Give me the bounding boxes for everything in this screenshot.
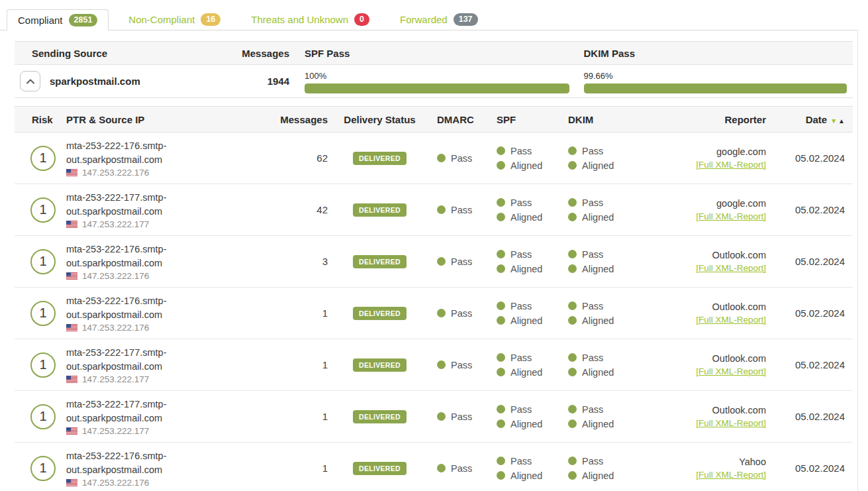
spf-pass-label: Pass	[510, 353, 532, 363]
risk-score-badge: 1	[30, 301, 56, 326]
ptr-hostname: mta-253-222-176.smtp-out.sparkpostmail.c…	[66, 243, 182, 270]
summary-header-row: Sending Source Messages SPF Pass DKIM Pa…	[15, 41, 853, 65]
ptr-hostname: mta-253-222-177.smtp-out.sparkpostmail.c…	[66, 191, 182, 219]
report-date: 05.02.2024	[771, 256, 853, 267]
tab-non-compliant[interactable]: Non-Compliant 16	[118, 9, 231, 30]
risk-cell: 1	[15, 197, 66, 223]
ptr-source-ip-cell: mta-253-222-176.smtp-out.sparkpostmail.c…	[66, 449, 271, 488]
header-messages: Messages	[271, 114, 329, 125]
message-count: 42	[271, 204, 329, 215]
reporter-domain: google.com	[649, 198, 766, 209]
tab-forwarded-count-badge: 137	[454, 13, 478, 26]
spf-cell: Pass Aligned	[490, 146, 563, 171]
dkim-aligned-dot	[568, 419, 577, 428]
reporter-domain: Outlook.com	[649, 250, 766, 260]
dkim-cell: Pass Aligned	[563, 456, 649, 481]
dmarc-cell: Pass	[430, 308, 490, 319]
reporter-cell: google.com [Full XML-Report]	[649, 146, 771, 170]
delivered-badge: DELIVERED	[353, 203, 407, 217]
sort-ascending-icon[interactable]: ▲	[838, 117, 845, 125]
risk-score-badge: 1	[30, 197, 56, 223]
report-date: 05.02.2024	[771, 411, 853, 422]
summary-message-count: 1944	[233, 76, 296, 87]
spf-aligned-dot	[497, 161, 505, 170]
risk-score-badge: 1	[30, 249, 56, 274]
reporter-cell: Outlook.com [Full XML-Report]	[649, 250, 771, 274]
tab-threats-and-unknown[interactable]: Threats and Unknown 0	[240, 9, 380, 30]
tab-non-compliant-count-badge: 16	[201, 13, 220, 26]
spf-pass-label: Pass	[510, 301, 532, 311]
full-xml-report-link[interactable]: [Full XML-Report]	[696, 470, 766, 480]
us-flag-icon	[66, 272, 77, 280]
tab-forwarded[interactable]: Forwarded 137	[389, 9, 489, 30]
dmarc-cell: Pass	[430, 463, 490, 474]
spf-aligned-dot	[497, 316, 505, 325]
full-xml-report-link[interactable]: [Full XML-Report]	[696, 160, 766, 170]
dmarc-cell: Pass	[430, 360, 490, 370]
report-date: 05.02.2024	[771, 359, 853, 370]
risk-score-badge: 1	[30, 456, 56, 481]
reporter-cell: Yahoo [Full XML-Report]	[649, 457, 771, 480]
dkim-aligned-dot	[568, 213, 577, 221]
dmarc-pass-dot	[437, 360, 446, 369]
dkim-pass-label: Pass	[582, 249, 603, 260]
full-xml-report-link[interactable]: [Full XML-Report]	[696, 418, 766, 428]
tab-non-compliant-label: Non-Compliant	[128, 14, 195, 25]
spf-aligned-label: Aligned	[510, 367, 542, 378]
sort-descending-icon[interactable]: ▼	[830, 117, 837, 125]
spf-pass-dot	[497, 353, 505, 362]
message-count: 3	[271, 256, 329, 267]
dkim-pass-bar	[584, 83, 848, 93]
us-flag-icon	[66, 479, 77, 486]
spf-cell: Pass Aligned	[490, 197, 563, 223]
dkim-aligned-dot	[568, 368, 577, 376]
report-date: 05.02.2024	[771, 152, 853, 164]
dmarc-pass-label: Pass	[451, 360, 472, 370]
reporter-cell: google.com [Full XML-Report]	[649, 198, 771, 222]
dkim-aligned-dot	[568, 161, 577, 170]
collapse-source-button[interactable]	[20, 71, 40, 91]
dkim-pass-dot	[568, 457, 577, 465]
us-flag-icon	[66, 324, 77, 331]
full-xml-report-link[interactable]: [Full XML-Report]	[696, 315, 766, 325]
dmarc-cell: Pass	[430, 153, 490, 164]
tab-compliant[interactable]: Compliant 2851	[7, 9, 109, 30]
ptr-hostname: mta-253-222-177.smtp-out.sparkpostmail.c…	[66, 398, 182, 425]
us-flag-icon	[66, 376, 77, 383]
dmarc-pass-label: Pass	[451, 411, 472, 422]
spf-pass-dot	[497, 457, 505, 465]
full-xml-report-link[interactable]: [Full XML-Report]	[696, 211, 766, 221]
us-flag-icon	[66, 221, 77, 228]
full-xml-report-link[interactable]: [Full XML-Report]	[696, 366, 766, 376]
dmarc-pass-dot	[437, 257, 446, 266]
source-ip: 147.253.222.177	[82, 426, 149, 436]
dkim-pass-label: Pass	[582, 353, 603, 363]
ptr-source-ip-cell: mta-253-222-177.smtp-out.sparkpostmail.c…	[66, 346, 271, 384]
risk-cell: 1	[15, 249, 66, 274]
risk-score-badge: 1	[30, 404, 56, 429]
dkim-pass-cell: 99.66%	[575, 70, 853, 93]
ptr-hostname: mta-253-222-177.smtp-out.sparkpostmail.c…	[66, 346, 182, 374]
spf-pass-dot	[497, 146, 505, 155]
dmarc-pass-dot	[437, 464, 446, 472]
ptr-source-ip-cell: mta-253-222-177.smtp-out.sparkpostmail.c…	[66, 398, 271, 436]
delivery-status-cell: DELIVERED	[329, 152, 430, 165]
us-flag-icon	[66, 427, 77, 435]
risk-score-badge: 1	[30, 146, 56, 171]
reporter-cell: Outlook.com [Full XML-Report]	[649, 405, 771, 429]
spf-pass-cell: 100%	[296, 70, 575, 93]
reporter-cell: Outlook.com [Full XML-Report]	[649, 301, 771, 325]
header-reporter: Reporter	[649, 114, 771, 125]
reporter-cell: Outlook.com [Full XML-Report]	[649, 353, 771, 377]
message-count: 1	[271, 463, 329, 474]
dkim-pass-dot	[568, 353, 577, 362]
dkim-pass-label: Pass	[582, 146, 603, 156]
summary-header-spf-pass: SPF Pass	[296, 48, 575, 59]
chevron-up-icon	[26, 76, 34, 86]
message-count: 1	[271, 307, 329, 319]
tab-threats-count-badge: 0	[354, 13, 369, 26]
spf-cell: Pass Aligned	[490, 353, 563, 378]
full-xml-report-link[interactable]: [Full XML-Report]	[696, 263, 766, 273]
tab-compliant-label: Compliant	[18, 15, 63, 26]
delivery-status-cell: DELIVERED	[329, 410, 430, 423]
